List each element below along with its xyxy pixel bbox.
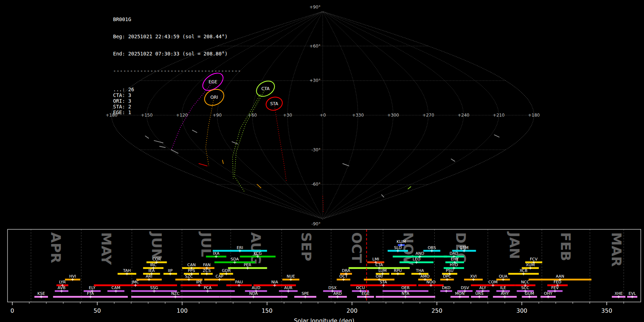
shower-label-THA: THA bbox=[415, 268, 424, 273]
shower-label-XHE: XHE bbox=[615, 291, 623, 296]
shower-label-KCG: KCG bbox=[254, 251, 262, 256]
shower-label-NZC: NZC bbox=[171, 291, 180, 296]
shower-label-QUA: QUA bbox=[499, 274, 508, 279]
shower-label-SZC: SZC bbox=[185, 274, 193, 279]
x-axis-title: Solar longitude (deg) bbox=[294, 317, 355, 322]
month-label-JUL: JUL bbox=[198, 231, 214, 257]
x-axis-tick-label: 50 bbox=[94, 307, 101, 314]
shower-label-XCB: XCB bbox=[519, 268, 527, 273]
shower-label-MON: MON bbox=[455, 291, 464, 296]
shower-label-SSG: SSG bbox=[150, 286, 158, 290]
shower-label-FCV: FCV bbox=[530, 257, 538, 262]
shower-label-IIP: IIP bbox=[168, 268, 172, 273]
shower-label-IRC: IRC bbox=[150, 263, 156, 267]
shower-label-AVB: AVB bbox=[58, 286, 65, 290]
shower-count-list: ...: 26CTA: 3ORI: 3STA: 2EGE: 1 bbox=[113, 87, 241, 115]
shower-label-SDA: SDA bbox=[231, 257, 239, 262]
separator-line: -------------------------------------- bbox=[113, 68, 241, 74]
shower-label-OER: OER bbox=[401, 286, 410, 290]
shower-label-CAN: CAN bbox=[187, 263, 195, 267]
count-line: ORI: 3 bbox=[113, 98, 241, 104]
shower-label-AHY: AHY bbox=[501, 291, 509, 296]
shower-label-HVI: HVI bbox=[69, 274, 76, 279]
shower-label-KLIM: KLIM bbox=[396, 239, 406, 244]
x-axis-tick-label: 350 bbox=[601, 307, 613, 314]
shower-label-GUM: GUM bbox=[525, 291, 534, 296]
shower-label-AUD: AUD bbox=[252, 286, 260, 290]
shower-label-DPC: DPC bbox=[443, 274, 451, 279]
month-label-MAY: MAY bbox=[98, 232, 114, 265]
shower-label-AAN: AAN bbox=[556, 274, 565, 279]
shower-label-URS: URS bbox=[475, 291, 483, 296]
shower-label-SPE: SPE bbox=[302, 291, 309, 296]
shower-label-NCC: NCC bbox=[521, 280, 530, 284]
shower-label-COR: COR bbox=[152, 257, 161, 262]
month-label-SEP: SEP bbox=[298, 232, 314, 261]
shower-label-PAU: PAU bbox=[235, 280, 243, 284]
shower-label-CTA: CTA bbox=[375, 263, 383, 267]
shower-label-FEV: FEV bbox=[551, 286, 559, 290]
shower-label-GEM: GEM bbox=[460, 245, 469, 250]
shower-label-NTA: NTA bbox=[402, 291, 410, 296]
shower-label-ELY: ELY bbox=[89, 286, 96, 290]
shower-label-PSU: PSU bbox=[446, 268, 454, 273]
observation-info-panel: BR001G Beg: 20251021 22:43:59 (sol = 208… bbox=[113, 5, 241, 127]
shower-label-XUM: XUM bbox=[526, 263, 535, 267]
shower-label-AND: AND bbox=[416, 251, 424, 256]
shower-label-ARD: ARD bbox=[333, 291, 342, 296]
shower-label-NOO: NOO bbox=[426, 280, 436, 284]
shower-label-AUR: AUR bbox=[284, 286, 293, 290]
shower-label-IEA: IEA bbox=[148, 268, 155, 273]
shower-label-ILE: ILE bbox=[500, 286, 506, 290]
shower-activity-timeline: APRMAYJUNJULAUGSEPOCTNOVDECJANFEBMARKLIM… bbox=[0, 0, 644, 322]
shower-label-PER: PER bbox=[244, 263, 252, 267]
month-label-FEB: FEB bbox=[558, 232, 574, 261]
shower-label-DRA: DRA bbox=[342, 268, 351, 273]
shower-label-DKD: DKD bbox=[442, 286, 450, 290]
shower-label-KSE: KSE bbox=[38, 291, 45, 296]
shower-label-FTA: FTA bbox=[87, 291, 94, 296]
shower-label-EHY: EHY bbox=[451, 257, 459, 262]
month-label-JUN: JUN bbox=[149, 231, 165, 260]
shower-label-SLD: SLD bbox=[394, 245, 402, 250]
shower-label-ZCS: ZCS bbox=[203, 268, 211, 273]
month-label-AUG: AUG bbox=[248, 232, 264, 264]
x-axis-tick-label: 0 bbox=[10, 307, 14, 314]
month-label-JAN: JAN bbox=[507, 231, 522, 259]
session-end: End: 20251022 07:30:33 (sol = 208.80°) bbox=[113, 51, 241, 57]
shower-label-CAM: CAM bbox=[112, 286, 121, 290]
shower-label-DSV: DSV bbox=[461, 286, 469, 290]
x-axis-tick-label: 250 bbox=[431, 307, 443, 314]
shower-label-ARI: ARI bbox=[146, 274, 152, 279]
x-axis-tick-label: 150 bbox=[262, 307, 273, 314]
shower-label-OCU: OCU bbox=[356, 286, 365, 290]
month-label-APR: APR bbox=[48, 232, 64, 263]
shower-label-NIA: NIA bbox=[271, 280, 278, 284]
shower-label-CAP: CAP bbox=[216, 274, 224, 279]
shower-label-PCA: PCA bbox=[204, 286, 211, 290]
month-label-OCT: OCT bbox=[349, 232, 365, 263]
shower-label-OBS: OBS bbox=[428, 245, 436, 250]
meteor-observation-screen: +90°+60°+30°-30°-60°-90°+180+150+120+90+… bbox=[0, 0, 644, 322]
shower-label-DAD: DAD bbox=[449, 251, 458, 256]
shower-label-SCC: SCC bbox=[521, 286, 530, 290]
shower-label-ORI: ORI bbox=[376, 274, 383, 279]
shower-label-LMI: LMI bbox=[372, 257, 379, 262]
shower-label-OHY: OHY bbox=[544, 291, 552, 296]
shower-label-IXA: IXA bbox=[213, 251, 220, 256]
shower-label-ERI: ERI bbox=[237, 245, 243, 250]
shower-label-OCT: OCT bbox=[340, 274, 348, 279]
shower-label-EGE: EGE bbox=[362, 291, 370, 296]
shower-label-XVI: XVI bbox=[470, 274, 477, 279]
shower-label-FED: FED bbox=[553, 280, 561, 284]
shower-label-NUE: NUE bbox=[287, 274, 295, 279]
shower-label-AMO: AMO bbox=[420, 274, 430, 279]
month-label-MAR: MAR bbox=[609, 232, 624, 267]
shower-label-STA: STA bbox=[380, 280, 387, 284]
shower-label-LEO: LEO bbox=[413, 257, 420, 262]
shower-label-TAH: TAH bbox=[123, 268, 131, 273]
shower-label-IPE: IPE bbox=[196, 280, 202, 284]
shower-label-DSX: DSX bbox=[328, 286, 337, 290]
x-axis-tick-label: 200 bbox=[347, 307, 358, 314]
shower-label-ALY: ALY bbox=[479, 286, 486, 290]
